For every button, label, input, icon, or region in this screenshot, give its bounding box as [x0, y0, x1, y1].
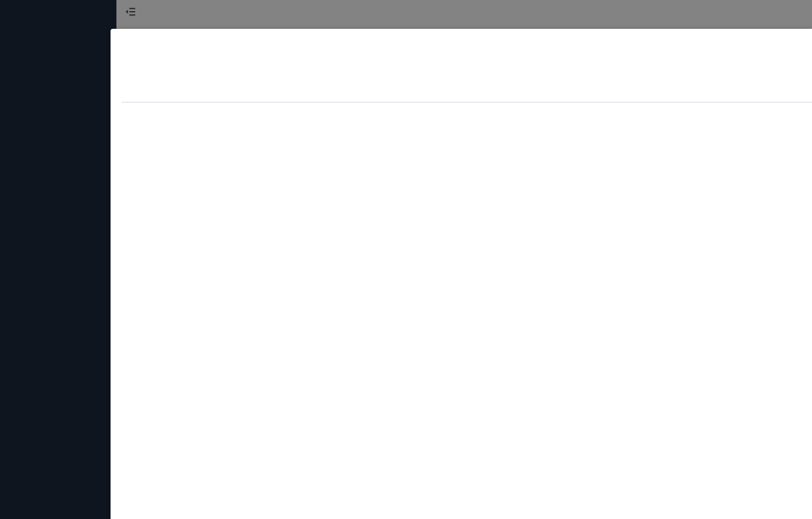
code-preview-dialog [111, 29, 812, 519]
top-header [116, 0, 812, 29]
file-tabs [122, 78, 812, 103]
sidebar [0, 0, 116, 519]
sidebar-fold-icon[interactable] [125, 7, 136, 16]
